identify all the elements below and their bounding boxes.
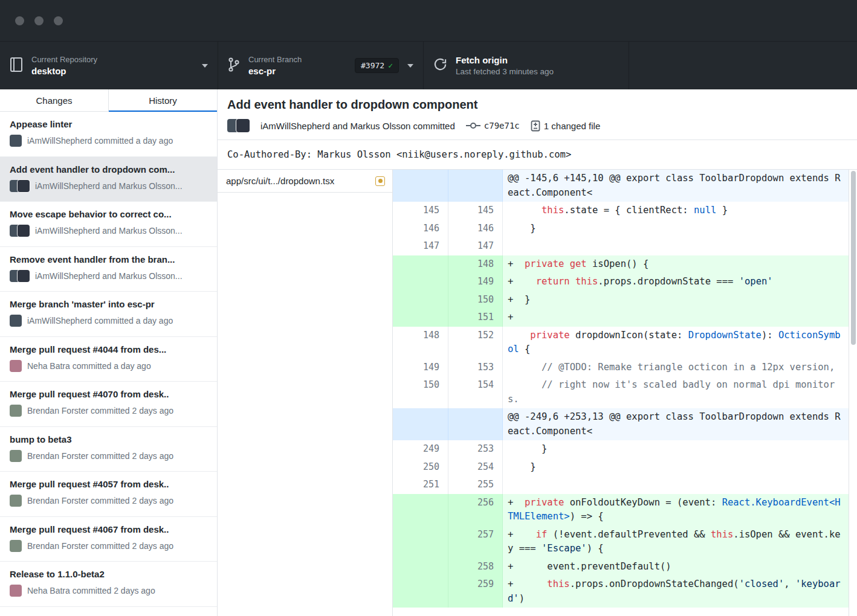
commit-item-meta: Neha Batra committed 2 days ago — [10, 585, 207, 597]
diff-row: @@ -145,6 +145,10 @@ export class Toolba… — [393, 170, 849, 202]
diff-row: 148152 private dropdownIcon(state: Dropd… — [393, 327, 849, 359]
diff-code-line: + if (!event.defaultPrevented && this.is… — [503, 526, 849, 558]
old-line-number: 147 — [393, 237, 448, 255]
new-line-number — [448, 408, 503, 440]
tab-changes[interactable]: Changes — [0, 89, 109, 111]
diff-code-line: private dropdownIcon(state: DropdownStat… — [503, 327, 849, 359]
commit-item-meta-text: Brendan Forster committed 2 days ago — [27, 451, 173, 461]
commit-item-title: Appease linter — [10, 119, 207, 129]
diff-code-line: + — [503, 309, 849, 327]
commit-item-title: Merge branch 'master' into esc-pr — [10, 299, 207, 309]
commit-item-meta-text: Brendan Forster committed 2 days ago — [27, 496, 173, 505]
avatar — [236, 119, 250, 132]
zoom-window-button[interactable] — [54, 16, 63, 25]
diff-code-line: } — [503, 440, 849, 458]
old-line-number: 251 — [393, 476, 448, 494]
new-line-number: 255 — [448, 476, 503, 494]
commit-item-meta-text: Brendan Forster committed 2 days ago — [27, 406, 173, 415]
ci-check-icon: ✓ — [388, 61, 393, 70]
commit-list-item[interactable]: Appease linteriAmWillShepherd committed … — [0, 112, 217, 157]
new-line-number: 149 — [448, 273, 503, 291]
commit-list-item[interactable]: Merge pull request #4067 from desk..Bren… — [0, 517, 217, 562]
commit-item-avatars — [10, 585, 22, 597]
diff-row: 145145 this.state = { clientRect: null } — [393, 202, 849, 220]
diff-code-line: // right now it's scaled badly on normal… — [503, 376, 849, 408]
diff-code-line: + return this.props.dropdownState === 'o… — [503, 273, 849, 291]
commit-item-title: Release to 1.1.0-beta2 — [10, 569, 207, 579]
repository-switcher[interactable]: Current Repository desktop — [0, 42, 218, 89]
commit-list-item[interactable]: Merge pull request #4044 from des...Neha… — [0, 337, 217, 382]
commit-item-meta: iAmWillShepherd committed a day ago — [10, 135, 207, 147]
commit-item-avatars — [10, 360, 22, 372]
diff-code-line: + this.props.onDropdownStateChanged('clo… — [503, 576, 849, 608]
new-line-number: 150 — [448, 291, 503, 309]
pr-status-badge[interactable]: #3972 ✓ — [355, 58, 399, 73]
branch-switcher[interactable]: Current Branch esc-pr #3972 ✓ — [218, 42, 423, 89]
minimize-window-button[interactable] — [34, 16, 44, 25]
toolbar-spacer — [629, 42, 857, 89]
history-sidebar: Changes History Appease linteriAmWillShe… — [0, 89, 218, 616]
chevron-down-icon — [202, 64, 208, 68]
commit-list-item[interactable]: bump to beta3Brendan Forster committed 2… — [0, 427, 217, 472]
new-line-number: 254 — [448, 458, 503, 476]
commit-item-meta-text: iAmWillShepherd and Markus Olsson... — [35, 181, 183, 191]
sync-icon — [433, 57, 447, 74]
commit-summary: Add event handler to dropdown component … — [218, 89, 857, 140]
commit-item-avatars — [10, 315, 22, 327]
old-line-number: 149 — [393, 359, 448, 377]
commit-item-avatars — [10, 270, 30, 282]
diff-code-line: + event.preventDefault() — [503, 558, 849, 576]
commit-sha: c79e71c — [484, 121, 520, 130]
old-line-number — [393, 408, 448, 440]
commit-list-item[interactable]: Add event handler to dropdown com...iAmW… — [0, 157, 217, 202]
new-line-number: 257 — [448, 526, 503, 558]
file-path: app/src/ui/t.../dropdown.tsx — [226, 176, 375, 186]
fetch-origin-button[interactable]: Fetch origin Last fetched 3 minutes ago — [423, 42, 629, 89]
avatar — [18, 270, 30, 282]
commit-item-title: Merge pull request #4070 from desk.. — [10, 389, 207, 399]
diff-row: 256+ private onFoldoutKeyDown = (event: … — [393, 494, 849, 526]
diff-row: 150+ } — [393, 291, 849, 309]
pr-number: #3972 — [361, 61, 384, 70]
old-line-number — [393, 494, 448, 526]
old-line-number: 145 — [393, 202, 448, 220]
diff-row: @@ -249,6 +253,13 @@ export class Toolba… — [393, 408, 849, 440]
diff-code-line: + } — [503, 291, 849, 309]
diff-code-line: @@ -145,6 +145,10 @@ export class Toolba… — [503, 170, 849, 202]
commit-list-item[interactable]: Release to 1.1.0-beta2Neha Batra committ… — [0, 562, 217, 607]
commit-list-item[interactable]: Merge pull request #4059 from d... — [0, 607, 217, 616]
old-line-number — [393, 170, 448, 202]
branch-label: Current Branch — [248, 55, 302, 64]
avatar — [10, 495, 22, 507]
commit-list-item[interactable]: Merge branch 'master' into esc-priAmWill… — [0, 292, 217, 337]
commit-item-title: bump to beta3 — [10, 434, 207, 444]
old-line-number: 146 — [393, 220, 448, 238]
commit-authors: iAmWillShepherd and Markus Olsson commit… — [260, 121, 455, 131]
commit-list-item[interactable]: Merge pull request #4057 from desk..Bren… — [0, 472, 217, 517]
tab-history[interactable]: History — [109, 89, 217, 111]
old-line-number — [393, 576, 448, 608]
diff-code-line: this.state = { clientRect: null } — [503, 202, 849, 220]
commit-item-meta: Brendan Forster committed 2 days ago — [10, 450, 207, 462]
commit-list-item[interactable]: Move escape behavior to correct co...iAm… — [0, 202, 217, 247]
commit-item-avatars — [10, 180, 30, 192]
commit-list-item[interactable]: Remove event handler from the bran...iAm… — [0, 247, 217, 292]
avatar — [18, 180, 30, 192]
diff-row: 148+ private get isOpen() { — [393, 255, 849, 274]
commit-item-meta: Brendan Forster committed 2 days ago — [10, 405, 207, 417]
close-window-button[interactable] — [15, 16, 24, 25]
diff-code-line: @@ -249,6 +253,13 @@ export class Toolba… — [503, 408, 849, 440]
scrollbar-thumb[interactable] — [851, 171, 856, 345]
repository-label: Current Repository — [31, 55, 97, 64]
diff-scrollbar[interactable] — [849, 170, 857, 616]
new-line-number — [448, 170, 503, 202]
old-line-number: 250 — [393, 458, 448, 476]
commit-item-title: Merge pull request #4044 from des... — [10, 344, 207, 355]
avatar — [10, 135, 22, 147]
commit-list-item[interactable]: Merge pull request #4070 from desk..Bren… — [0, 382, 217, 427]
file-list-item[interactable]: app/src/ui/t.../dropdown.tsx — [218, 170, 392, 193]
commit-item-avatars — [10, 450, 22, 462]
new-line-number: 153 — [448, 359, 503, 377]
commit-item-meta-text: Brendan Forster committed 2 days ago — [27, 541, 173, 551]
avatar — [10, 540, 22, 552]
